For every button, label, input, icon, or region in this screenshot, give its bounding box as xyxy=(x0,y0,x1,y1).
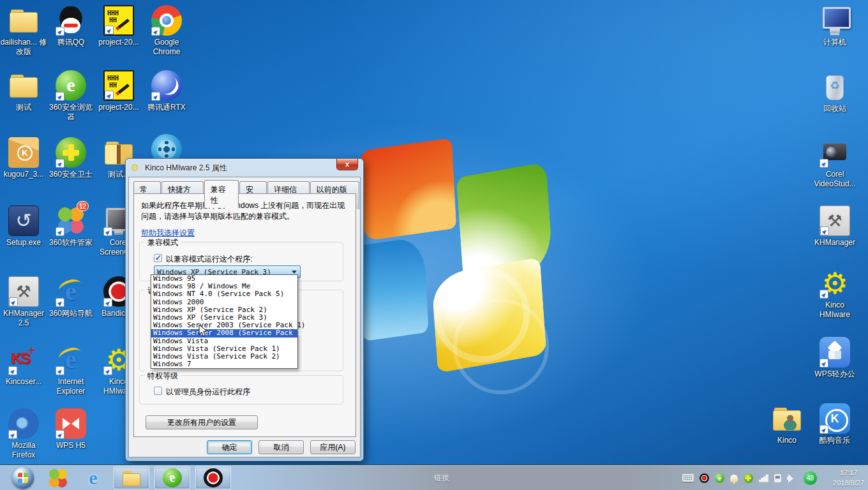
dialog-title: Kinco HMIware 2.5 属性 xyxy=(145,163,227,174)
ic-khmanager-icon xyxy=(819,205,850,236)
cancel-button[interactable]: 取消 xyxy=(258,440,304,454)
desktop-icon-label: Google Chrome xyxy=(143,38,190,57)
dialog-buttons-row: 确定 取消 应用(A) xyxy=(129,440,361,456)
dropdown-item[interactable]: Windows Server 2008 (Service Pack 1) xyxy=(151,329,297,337)
icon-kinco-hmiware-right[interactable]: Kinco HMIware xyxy=(811,268,858,320)
ic-kugou-music-icon xyxy=(819,403,850,434)
ok-button[interactable]: 确定 xyxy=(207,440,252,454)
shortcut-arrow-icon xyxy=(105,91,114,100)
icon-internet-explorer[interactable]: Internet Explorer xyxy=(47,345,94,396)
ic-e-blue-icon xyxy=(56,276,86,307)
ic-folder-icon xyxy=(8,70,39,101)
desktop-icon-label: Kinco xyxy=(763,436,811,445)
desktop-icon-label: kugou7_3... xyxy=(0,170,47,179)
run-as-administrator-checkbox[interactable] xyxy=(154,387,162,395)
icon-computer[interactable]: 计算机 xyxy=(811,5,858,47)
icon-360-manager[interactable]: 12360软件管家 xyxy=(47,205,94,248)
tray-360browser[interactable] xyxy=(715,473,724,483)
ic-project-icon xyxy=(103,5,134,36)
shortcut-arrow-icon xyxy=(56,92,64,101)
dropdown-item[interactable]: Windows 7 xyxy=(151,360,297,368)
dialog-title-bar[interactable]: Kinco HMIware 2.5 属性 xyxy=(126,159,363,177)
taskbar-bandicam-button[interactable] xyxy=(195,466,231,489)
shortcut-arrow-icon xyxy=(56,27,64,36)
start-button[interactable] xyxy=(5,466,41,489)
change-settings-all-users-button[interactable]: 更改所有用户的设置 xyxy=(146,415,258,429)
icon-360-browser[interactable]: 360安全浏览器 xyxy=(47,70,94,122)
tb-green-e-icon xyxy=(163,468,182,487)
taskbar: 链接 48 17:17 2018/8/27 xyxy=(0,464,868,490)
shortcut-arrow-icon xyxy=(819,159,828,168)
group-label: 兼容模式 xyxy=(145,237,181,248)
system-tray: 48 xyxy=(682,465,817,490)
apply-button[interactable]: 应用(A) xyxy=(310,440,355,454)
icon-project-1[interactable]: project-20... xyxy=(95,5,142,47)
dropdown-item[interactable]: Windows NT 4.0 (Service Pack 5) xyxy=(151,290,297,298)
close-button[interactable]: x xyxy=(336,159,358,170)
icon-360-nav[interactable]: 360网站导航 xyxy=(47,276,94,318)
tab-兼容性[interactable]: 兼容性 xyxy=(204,180,239,208)
icon-kugou-music[interactable]: 酷狗音乐 xyxy=(811,403,858,445)
taskbar-explorer-button[interactable] xyxy=(114,466,149,489)
tray-remove-hardware[interactable] xyxy=(774,474,781,482)
icon-kugou-setup[interactable]: kugou7_3... xyxy=(0,137,47,179)
chevron-down-icon xyxy=(292,271,297,274)
icon-mozilla-firefox[interactable]: Mozilla Firefox xyxy=(0,408,47,460)
tray-volume[interactable] xyxy=(787,474,798,482)
tray-input-method[interactable] xyxy=(682,474,694,482)
icon-khmanager-25[interactable]: KHManager 2.5 xyxy=(0,276,47,328)
tray-360-speedball[interactable]: 48 xyxy=(804,471,817,485)
taskbar-360desktop-button[interactable] xyxy=(40,466,75,489)
tb-spheres-icon xyxy=(48,468,67,487)
ic-computer-icon xyxy=(819,5,850,36)
tray-network-signal[interactable] xyxy=(759,474,768,482)
ic-folder-icon xyxy=(8,5,39,36)
checkbox-label: 以管理员身份运行此程序 xyxy=(166,387,250,397)
tray-360safe[interactable] xyxy=(744,473,753,483)
icon-wps-h5[interactable]: WPS H5 xyxy=(47,408,94,450)
icon-dailishan-folder[interactable]: dailishan... 修改版 xyxy=(0,5,47,57)
ic-wpsh5-icon xyxy=(56,408,86,439)
icon-recycle-bin[interactable]: 回收站 xyxy=(811,71,858,114)
ic-firefox-icon xyxy=(8,408,39,439)
tb-record-icon xyxy=(204,468,223,487)
taskbar-ie-button[interactable] xyxy=(75,466,111,489)
tray-notification-bell[interactable] xyxy=(730,475,738,482)
ic-project-icon xyxy=(103,70,134,101)
shortcut-arrow-icon xyxy=(103,227,112,236)
ic-khmanager-icon xyxy=(8,276,39,307)
icon-wps-qingbangong[interactable]: WPS轻办公 xyxy=(811,337,858,379)
links-toolbar-label[interactable]: 链接 xyxy=(434,473,449,484)
taskbar-clock[interactable]: 17:17 2018/8/27 xyxy=(833,468,864,488)
icon-google-chrome[interactable]: Google Chrome xyxy=(143,5,190,57)
shortcut-arrow-icon xyxy=(56,159,64,168)
dropdown-item[interactable]: Windows Vista xyxy=(151,338,297,345)
icon-ceshi-folder[interactable]: 测试 xyxy=(0,70,47,112)
taskbar-360browser-button[interactable] xyxy=(154,466,190,489)
desktop-icon-label: 测试 xyxy=(0,103,47,112)
icon-kinco-folder[interactable]: Kinco xyxy=(763,403,811,445)
desktop-icon-label: Setup.exe xyxy=(0,238,47,248)
icon-setup-exe[interactable]: Setup.exe xyxy=(0,205,47,248)
desktop-icon-label: dailishan... 修改版 xyxy=(0,38,47,57)
icon-tencent-rtx[interactable]: 腾讯通RTX xyxy=(143,70,190,112)
icon-360-safe[interactable]: 360安全卫士 xyxy=(47,137,94,179)
ic-kincoser-icon xyxy=(8,345,39,375)
compatibility-mode-dropdown-list: Windows 95Windows 98 / Windows MeWindows… xyxy=(151,274,298,369)
dropdown-item[interactable]: Windows 2000 xyxy=(151,299,297,306)
icon-project-2[interactable]: project-20... xyxy=(95,70,142,112)
icon-khmanager-right[interactable]: KHManager xyxy=(811,205,858,248)
ic-rtx-icon xyxy=(151,70,182,101)
ic-kinco-folder-icon xyxy=(772,403,802,434)
ic-chrome-icon xyxy=(151,5,182,36)
tray-bandicam[interactable] xyxy=(700,473,709,483)
desktop-icon-label: Internet Explorer xyxy=(47,377,94,396)
icon-kincoserver[interactable]: Kincoser... xyxy=(0,345,47,387)
run-in-compatibility-mode-checkbox[interactable] xyxy=(154,254,162,262)
desktop-icon-label: project-20... xyxy=(95,38,142,47)
icon-tencent-qq[interactable]: 腾讯QQ xyxy=(47,5,94,47)
desktop-icon-label: KHManager xyxy=(811,238,858,248)
ic-recycle-icon xyxy=(819,71,850,102)
desktop-icon-label: project-20... xyxy=(95,103,142,112)
icon-corel-videostudio[interactable]: Corel VideoStud... xyxy=(811,137,858,189)
